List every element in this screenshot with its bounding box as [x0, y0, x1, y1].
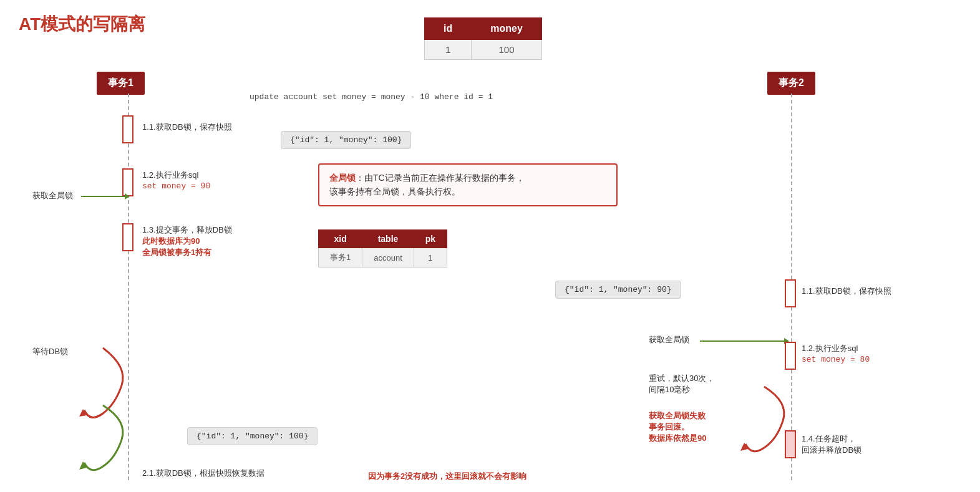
- tx2-step-1-1-label: 1.1.获取DB锁，保存快照: [802, 286, 891, 297]
- tx2-rect-1: [785, 279, 796, 307]
- step-1-3-label: 1.3.提交事务，释放DB锁 此时数据库为90 全局锁被事务1持有: [142, 224, 232, 258]
- tx2-step-1-4-label: 1.4.任务超时， 回滚并释放DB锁: [802, 433, 861, 456]
- lock-table-xid-header: xid: [319, 230, 362, 248]
- page-title: AT模式的写隔离: [19, 12, 145, 36]
- tx2-rect-4: [785, 430, 796, 458]
- sql-statement: update account set money = money - 10 wh…: [250, 92, 493, 102]
- db-table-header-money: money: [472, 18, 542, 40]
- green-retry-arrow-tx1: [72, 399, 134, 474]
- snapshot1-box: {"id": 1, "money": 100}: [281, 131, 411, 149]
- db-table: id money 1 100: [424, 17, 542, 60]
- lock-table: xid table pk 事务1 account 1: [318, 229, 447, 268]
- acquire-global-lock1-arrow: [81, 193, 130, 200]
- lock-table-table-header: table: [362, 230, 414, 248]
- acquire-fail-text: 获取全局锁失败 事务回滚。 数据库依然是90: [649, 410, 706, 444]
- lock-table-pk-header: pk: [414, 230, 447, 248]
- tx1-rect-2: [122, 168, 133, 196]
- lock-table-xid-cell: 事务1: [319, 248, 362, 268]
- lock-box-title: 全局锁: [329, 173, 356, 183]
- tx2-box: 事务2: [767, 72, 815, 95]
- note-global-lock: 全局锁被事务1持有: [142, 248, 211, 257]
- lock-table-table-cell: account: [362, 248, 414, 268]
- db-table-cell-money: 100: [472, 40, 542, 60]
- lock-box-desc: ：由TC记录当前正在操作某行数据的事务，该事务持有全局锁，具备执行权。: [329, 173, 525, 196]
- db-table-cell-id: 1: [425, 40, 472, 60]
- retry-note: 重试，默认30次， 间隔10毫秒: [649, 373, 714, 395]
- db-table-header-id: id: [425, 18, 472, 40]
- acquire-global-lock2-arrow: [700, 338, 789, 344]
- tx2-step-1-2-label: 1.2.执行业务sql set money = 80: [802, 343, 870, 364]
- tx1-rect-1: [122, 115, 133, 143]
- lock-table-pk-cell: 1: [414, 248, 447, 268]
- snapshot-rollback-box: {"id": 1, "money": 100}: [187, 427, 318, 445]
- tx1-rect-3: [122, 223, 133, 251]
- step-2-1-label: 2.1.获取DB锁，根据快照恢复数据: [142, 468, 264, 479]
- tx2-rect-2: [785, 342, 796, 370]
- acquire-global-lock2-label: 获取全局锁: [649, 334, 689, 345]
- note-no-effect: 因为事务2没有成功，这里回滚就不会有影响: [368, 471, 526, 482]
- step-1-1-label: 1.1.获取DB锁，保存快照: [142, 122, 232, 133]
- step-1-2-label: 1.2.执行业务sql set money = 90: [142, 170, 210, 191]
- acquire-global-lock1-label: 获取全局锁: [32, 190, 73, 201]
- wait-db-lock-label: 等待DB锁: [32, 346, 68, 357]
- note-db90: 此时数据库为90: [142, 236, 200, 246]
- global-lock-info-box: 全局锁：由TC记录当前正在操作某行数据的事务，该事务持有全局锁，具备执行权。: [318, 163, 618, 206]
- snapshot1b-box: {"id": 1, "money": 90}: [555, 281, 681, 299]
- tx1-box: 事务1: [97, 72, 145, 95]
